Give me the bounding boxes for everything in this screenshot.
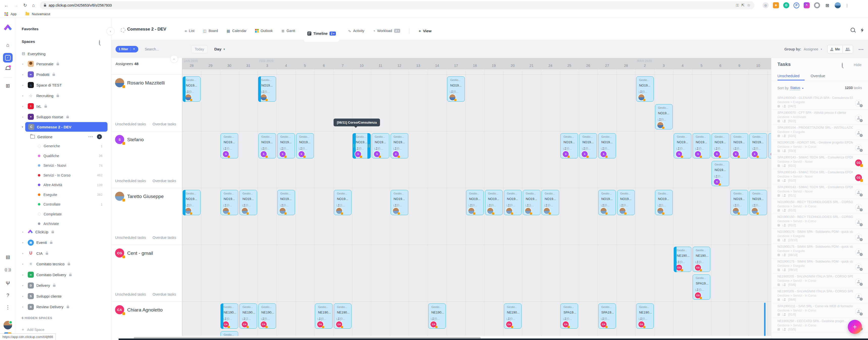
timeline-card[interactable]: Gestio...NE190...[0...CG [674,247,691,272]
unscheduled-tasks-link[interactable]: Unscheduled tasks [115,122,146,126]
assignee-row[interactable]: CGCent - gmailUnscheduled tasksOverdue t… [111,245,182,301]
folder-more-icon[interactable]: ••• [88,135,93,139]
sidebar-folder-gestione[interactable]: Gestione ••• + [16,132,111,141]
folder-add-icon[interactable]: + [97,134,102,139]
tab-gantt[interactable]: ≣Gantt [281,26,295,36]
timeline-card[interactable]: Gestio...NO19...[0... [240,190,257,215]
forward-icon[interactable]: → [13,3,18,7]
clickup-logo-icon[interactable] [0,24,16,32]
timeline-card[interactable]: Gestio...NO19...[0...S [731,133,748,158]
sidebar-list-item[interactable]: Generiche1 [16,141,111,151]
tab-calendar[interactable]: ▦Calendar [226,26,247,36]
task-item[interactable]: NE1900205 - SALVAGNINI ITALIA SPA - CORS… [771,273,868,288]
grammarly-extension-icon[interactable]: G [783,2,789,8]
timeline-card[interactable]: Gestio...NE190...[0...CA [220,303,238,329]
sidebar-space-selected[interactable]: C Commesse 2 - DEV [25,122,107,132]
timeline-card[interactable]: Gestio...NO19...[0...S [768,133,771,158]
assign-user-button[interactable] [855,234,862,241]
rail-goals-icon[interactable]: Ψ [0,280,16,286]
tab-unscheduled[interactable]: Unscheduled [777,74,800,78]
tab-timeline[interactable]: Timeline2∨ [304,25,339,42]
assign-user-button[interactable] [855,100,862,107]
timeline-card[interactable]: Gestio...NO19...[0...S [712,133,729,158]
sidebar-space-item[interactable]: ▸UCIA [16,248,111,258]
assign-user-button[interactable] [855,293,862,300]
timeline-card[interactable]: Gestio...NO19...[0... [655,104,673,129]
rail-help-icon[interactable]: ? [0,292,16,298]
timeline-card[interactable]: Gestio...NO19...[0... [598,190,616,215]
assign-user-button[interactable] [855,130,862,136]
send-to-device-icon[interactable]: ⇱ [741,3,745,7]
timeline-card[interactable]: Gestio...NO19...[0...S [391,133,408,158]
timeline-card[interactable]: Gestio...NO19...[0...S [579,133,597,158]
timeline-card[interactable]: Gestio...NO19...[0...S [296,133,314,158]
task-item[interactable]: NO1900175 - SIMAI SPA - Solidworks PDM -… [771,229,868,244]
task-item[interactable]: SPA1900043 - GLENAIR ITALIA SPA - Consul… [771,95,868,110]
clickup-extension-icon[interactable]: ^ [804,2,810,8]
apps-grid-icon[interactable] [4,12,8,16]
task-item[interactable]: SPA1900143 - SIMAC TECH SRL - Consulenza… [771,184,868,199]
vertical-scrollbar[interactable] [764,303,766,336]
bookmark-folder-icon[interactable] [26,12,29,16]
sidebar-list-item[interactable]: Servizi - Nuovi74 [16,161,111,170]
rail-tasks-active-icon[interactable]: ✓ [0,53,16,63]
timeline-card[interactable]: Gestio...NO19...[0...S [220,133,238,158]
sidebar-space-item[interactable]: ▸∞Comitato Delivery [16,269,111,280]
webcam-extension-icon[interactable]: ◎ [763,2,769,8]
hide-panel-button[interactable]: Hide [854,63,862,67]
task-item[interactable]: NO1900150 - RECY TECHNOLOGIES SRL - CORS… [771,214,868,229]
timeline-card[interactable]: Gestio...NE190...[0...CA [334,303,351,329]
clear-filter-icon[interactable]: ✕ [133,48,135,51]
browser-profile-avatar[interactable] [835,2,841,8]
sidebar-list-item[interactable]: Completate [16,209,111,219]
assign-user-button[interactable] [855,249,862,255]
timeline-card[interactable]: Gestio...NO19...[0... [636,76,654,102]
timeline-card[interactable]: Gestio...NE190...[0...CA [428,303,446,329]
sort-control[interactable]: Sort by Status ▲ [777,86,804,90]
sidebar-list-item[interactable]: Eseguite382 [16,190,111,199]
timeline-card[interactable]: Gestio...NO19...[0... [447,76,465,102]
sidebar-item-everything[interactable]: ⊟ Everything [16,49,111,59]
rail-home-icon[interactable]: ⌂ [0,42,16,48]
header-search-icon[interactable] [850,28,855,32]
sidebar-space-item[interactable]: ▸△Space di TEST [16,80,111,90]
assignee-row[interactable]: Taretto GiuseppeUnscheduled tasksOverdue… [111,188,182,245]
browser-menu-icon[interactable]: ⋮ [845,3,849,8]
add-view-button[interactable]: +View [418,29,432,33]
assign-user-button[interactable] [855,308,862,315]
unscheduled-tasks-link[interactable]: Unscheduled tasks [115,292,146,297]
tab-workload[interactable]: ◔Workload2∨ [373,26,400,36]
timeline-card[interactable]: Gestio...NO19...[0...S [749,133,767,158]
timeline-card[interactable]: Gestio...NO19...[0... [749,190,767,215]
timeline-card[interactable]: Gestio...NO19...[1... [334,190,351,215]
rail-user-avatar[interactable] [0,321,16,330]
task-item[interactable]: SPA1900143 - SIMAC TECH SRL - Consulenza… [771,154,868,169]
timeline-card[interactable]: Gestio...NO19...[0... [504,190,522,215]
sidebar-list-item[interactable]: Qualifiche36 [16,151,111,161]
tasks-search-icon[interactable] [842,63,843,68]
task-item[interactable]: SPA1900070 - CFT SPA - Attività presso i… [771,110,868,125]
add-task-fab[interactable]: + [848,320,862,334]
task-item[interactable]: NE1900205 - SALVAGNINI ITALIA SPA - CORS… [771,288,868,303]
rail-more-icon[interactable]: ⋮ [0,304,16,310]
timeline-card[interactable]: Gestio...NO19...[0...S [258,133,276,158]
hidden-spaces-label[interactable]: 6 HIDDEN SPACES [22,316,52,320]
overdue-tasks-link[interactable]: Overdue tasks [153,122,176,126]
overdue-tasks-link[interactable]: Overdue tasks [153,236,176,240]
today-button[interactable]: Today [191,45,208,53]
sidebar-space-item[interactable]: ▸IIxL [16,101,111,112]
task-item[interactable]: SPA1900211 - SAVI SRL - Corso via WEB di… [771,303,868,318]
timeline-card[interactable]: Gestio...NE190...[0...CA [315,303,333,329]
timeline-card[interactable]: Gestio...NO19...[0...S [560,133,578,158]
timeline-card[interactable]: Gestio...NE190...[0...CG [693,247,710,272]
sort-field[interactable]: Status [790,86,800,90]
tab-list[interactable]: ≡List [185,26,194,36]
assign-user-button[interactable] [855,145,862,151]
sidebar-list-item[interactable]: Servizi - In Corso462 [16,171,111,180]
gray-ring-extension-icon[interactable] [814,2,820,8]
task-item[interactable]: NO1900150 - RECY TECHNOLOGIES SRL - CORS… [771,199,868,214]
timeline-card[interactable]: Gestio...NE190...[0...CA [636,303,654,329]
address-bar[interactable]: app.clickup.com/2425653/v/tl/s/2567933 ⚿… [40,1,754,9]
timeline-card[interactable]: Gestio...NO19...[0... [617,190,635,215]
drag-handle-right[interactable] [368,144,370,148]
